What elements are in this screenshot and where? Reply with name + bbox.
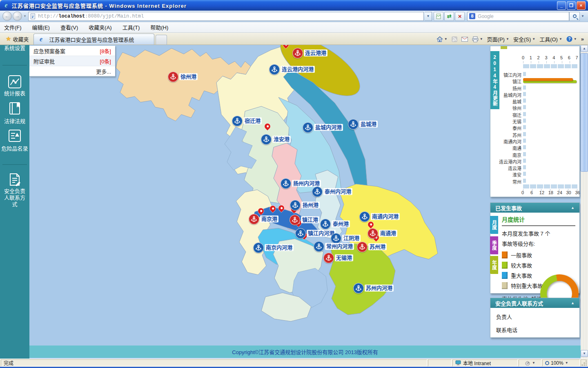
port-anchor-icon[interactable] [253,242,264,253]
port-anchor-icon[interactable] [269,64,280,75]
forward-button[interactable]: → [13,11,22,21]
port-label[interactable]: 泰州内河港 [323,188,352,195]
new-tab-button[interactable] [156,35,167,45]
address-input[interactable]: e http://localhost:8080/yjpt/Main.html [28,12,424,21]
port-anchor-icon[interactable] [353,283,364,294]
hazard-list-icon[interactable] [8,129,22,143]
feeds-button[interactable] [452,36,457,42]
vertical-scrollbar[interactable]: ▲ ▼ [581,45,588,359]
port-label[interactable]: 南京内河港 [265,244,294,251]
contact-doc-icon[interactable] [8,173,22,186]
phishing-filter-button[interactable]: ▼ [519,359,541,366]
port-label[interactable]: 扬州内河港 [292,180,321,187]
page-menu[interactable]: 页面(P)▼ [487,35,509,43]
port-anchor-icon[interactable] [303,122,313,133]
port-anchor-icon[interactable] [323,253,334,263]
safety-menu[interactable]: 安全(S)▼ [513,35,535,43]
port-anchor-icon[interactable] [168,72,178,82]
contact-panel-header[interactable]: 安全负责人联系方式▲ [490,298,579,308]
port-anchor-icon[interactable] [359,211,370,222]
sidebar-item-safety-contact[interactable]: 安全负责人联系方式 [0,188,29,208]
recent-pages-caret[interactable]: ▼ [23,14,27,18]
law-book-icon[interactable] [8,101,22,115]
port-anchor-icon[interactable] [368,228,378,239]
accident-pin-icon[interactable] [269,204,277,213]
menu-favorites[interactable]: 收藏夹(A) [89,23,111,31]
sidebar-item-system-settings[interactable]: 系统设置 [0,45,29,52]
menu-file[interactable]: 文件(F) [4,23,22,31]
port-anchor-icon[interactable] [249,214,259,224]
port-anchor-icon[interactable] [331,233,341,244]
tab-monthly[interactable]: 月度 [490,216,498,234]
menu-tools[interactable]: 工具(T) [122,23,140,31]
port-anchor-icon[interactable] [357,242,368,252]
menu-help[interactable]: 帮助(H) [150,23,168,31]
restore-button[interactable]: ❐ [567,1,576,10]
stop-button[interactable]: × [455,12,465,21]
scrollbar-thumb[interactable] [581,53,588,172]
port-label[interactable]: 宿迁港 [243,117,262,124]
port-label[interactable]: 徐州港 [179,73,198,80]
refresh-button[interactable]: ⇄ [444,12,454,21]
address-dropdown[interactable]: ▼ [425,12,432,21]
port-anchor-icon[interactable] [292,48,303,58]
port-anchor-icon[interactable] [281,178,291,189]
sidebar-item-laws[interactable]: 法律法规 [0,117,29,125]
scroll-down-button[interactable]: ▼ [581,350,588,357]
search-options-caret[interactable]: ▼ [580,14,586,18]
help-button[interactable]: ? ▼ [566,36,577,42]
close-button[interactable]: × [577,1,586,10]
accident-pin-icon[interactable] [277,204,285,212]
mail-button[interactable] [461,37,468,42]
menu-view[interactable]: 查看(V) [60,23,78,31]
port-label[interactable]: 常州内河港 [325,243,354,250]
port-label[interactable]: 连云港港 [304,49,327,56]
more-link[interactable]: 更多... [29,66,115,76]
port-anchor-icon[interactable] [295,228,306,239]
quick-panel-row[interactable]: 应急预案备案 [8条] [29,46,115,56]
search-button[interactable] [569,12,580,21]
port-label[interactable]: 盐城港 [359,121,378,128]
search-input[interactable]: 8 Google [467,12,569,21]
tab-quarterly[interactable]: 季度 [490,236,498,254]
minimize-button[interactable]: _ [557,1,566,10]
port-label[interactable]: 苏州港 [368,243,387,250]
sidebar-item-hazardous-list[interactable]: 危险品名录 [0,144,29,152]
overflow-chevron[interactable]: » [581,36,584,42]
menu-edit[interactable]: 编辑(E) [32,23,50,31]
port-label[interactable]: 无锡港 [335,254,353,261]
port-label[interactable]: 泰州港 [332,220,350,227]
port-label[interactable]: 江阴港 [342,235,361,242]
tools-menu[interactable]: 工具(O)▼ [539,35,562,43]
compatibility-view-button[interactable] [434,12,443,21]
accident-panel-header[interactable]: 已发生事故▲ [490,203,579,213]
port-label[interactable]: 扬州港 [301,202,320,209]
home-button[interactable]: ▼ [437,36,448,42]
port-label[interactable]: 淮安港 [272,136,291,143]
port-label[interactable]: 南京港 [260,215,278,222]
port-label[interactable]: 连云港内河港 [281,66,315,73]
accident-pin-icon[interactable] [263,122,272,130]
scroll-up-button[interactable]: ▲ [581,45,588,52]
port-anchor-icon[interactable] [312,186,323,197]
collapse-icon[interactable]: ▲ [571,206,575,210]
port-label[interactable]: 盐城内河港 [314,124,343,131]
port-label[interactable]: 南通港 [379,230,397,237]
port-anchor-icon[interactable] [314,241,324,252]
port-label[interactable]: 南通内河港 [371,213,400,220]
stats-chart-icon[interactable] [8,75,22,89]
port-label[interactable]: 镇江港 [301,216,319,223]
accident-pin-icon[interactable] [282,45,290,49]
port-label[interactable]: 苏州内河港 [365,285,394,292]
accident-pin-icon[interactable] [367,220,375,229]
back-button[interactable]: ← [2,11,12,21]
port-anchor-icon[interactable] [290,215,300,225]
accident-pin-icon[interactable] [257,207,265,215]
port-anchor-icon[interactable] [261,134,272,145]
port-anchor-icon[interactable] [348,119,359,130]
tab-yearly[interactable]: 年度 [490,256,498,274]
zoom-control[interactable]: 100% ▼ [542,359,580,366]
port-anchor-icon[interactable] [232,116,243,126]
sidebar-item-statistics[interactable]: 统计报表 [0,89,29,97]
collapse-icon[interactable]: ▲ [571,301,575,305]
